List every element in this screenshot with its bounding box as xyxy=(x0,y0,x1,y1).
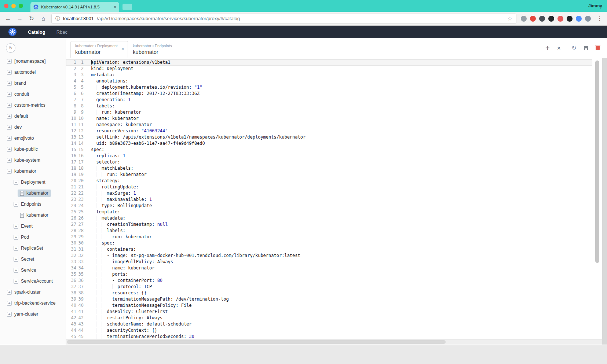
code-line[interactable]: 4242 restartPolicy: Always xyxy=(66,315,592,321)
expand-icon[interactable]: + xyxy=(7,81,12,86)
code-line[interactable]: 1313 selfLink: /apis/extensions/v1beta1/… xyxy=(66,134,592,140)
code-line[interactable]: 4040 terminationMessagePolicy: File xyxy=(66,302,592,309)
code-line[interactable]: 1919 run: kubernator xyxy=(66,172,592,178)
back-icon[interactable]: ← xyxy=(4,16,12,22)
tree-item-kube-public[interactable]: +kube-public xyxy=(0,144,66,155)
code-line[interactable]: 3535 ports: xyxy=(66,271,592,277)
code-line[interactable]: 2626 metadata: xyxy=(66,215,592,221)
code-line[interactable]: 3838 resources: {} xyxy=(66,290,592,296)
editor-scrollbar-thumb[interactable] xyxy=(595,60,599,263)
close-all-icon[interactable]: × xyxy=(557,45,561,51)
new-tab-button[interactable] xyxy=(123,4,132,10)
editor-tab-endpoints[interactable]: kubernator • Endpoints kubernator xyxy=(128,41,176,58)
code-line[interactable]: 3737 protocol: TCP xyxy=(66,284,592,290)
refresh-catalog-button[interactable]: ↻ xyxy=(6,43,15,53)
expand-icon[interactable]: + xyxy=(7,290,12,295)
code-line[interactable]: 2424 type: RollingUpdate xyxy=(66,203,592,209)
expand-icon[interactable]: + xyxy=(7,92,12,97)
expand-icon[interactable]: + xyxy=(14,224,18,229)
code-line[interactable]: 2323 maxUnavailable: 1 xyxy=(66,196,592,203)
expand-icon[interactable]: + xyxy=(7,125,12,130)
tree-item-serviceaccount[interactable]: +ServiceAccount xyxy=(0,276,66,287)
reload-resource-icon[interactable]: ↻ xyxy=(572,45,577,51)
code-line[interactable]: 1010 name: kubernator xyxy=(66,115,592,122)
code-line[interactable]: 3333 imagePullPolicy: Always xyxy=(66,259,592,265)
browser-menu-icon[interactable]: ⋮ xyxy=(597,16,603,22)
add-tab-icon[interactable]: + xyxy=(545,44,550,52)
code-line[interactable]: 4444 securityContext: {} xyxy=(66,327,592,334)
code-line[interactable]: 4545 terminationGracePeriodSeconds: 30 xyxy=(66,334,592,339)
code-line[interactable]: 1515spec: xyxy=(66,147,592,153)
tree-item-replicaset[interactable]: +ReplicaSet xyxy=(0,243,66,254)
minimize-window-icon[interactable] xyxy=(11,4,16,8)
collapse-icon[interactable]: − xyxy=(7,169,12,174)
forward-icon[interactable]: → xyxy=(16,16,23,22)
expand-icon[interactable]: + xyxy=(14,246,18,251)
tree-item-spark-cluster[interactable]: +spark-cluster xyxy=(0,287,66,298)
tree-item-event[interactable]: +Event xyxy=(0,221,66,232)
expand-icon[interactable]: + xyxy=(14,235,18,240)
home-icon[interactable]: ⌂ xyxy=(40,16,47,22)
tree-item-default[interactable]: +default xyxy=(0,111,66,122)
horizontal-scrollbar[interactable] xyxy=(66,339,607,345)
code-line[interactable]: 66 creationTimestamp: 2017-12-27T03:33:3… xyxy=(66,91,592,97)
close-window-icon[interactable] xyxy=(4,4,8,8)
tree-item-kube-system[interactable]: +kube-system xyxy=(0,155,66,166)
code-line[interactable]: 11apiVersion: extensions/v1beta1 xyxy=(66,59,592,66)
horizontal-scrollbar-thumb[interactable] xyxy=(67,340,446,344)
code-line[interactable]: 1111 namespace: kubernator xyxy=(66,122,592,128)
tree-item-custom-metrics[interactable]: +custom-metrics xyxy=(0,100,66,111)
expand-icon[interactable]: + xyxy=(7,158,12,163)
extension-icon[interactable] xyxy=(567,16,573,22)
code-line[interactable]: 1818 matchLabels: xyxy=(66,165,592,172)
close-tab-icon[interactable]: × xyxy=(121,47,124,51)
extension-icon[interactable] xyxy=(548,16,554,22)
code-line[interactable]: 3131 containers: xyxy=(66,246,592,253)
zoom-window-icon[interactable] xyxy=(19,4,23,8)
extension-icon[interactable] xyxy=(521,16,527,22)
code-line[interactable]: 55 deployment.kubernetes.io/revision: "1… xyxy=(66,84,592,91)
code-line[interactable]: 3939 terminationMessagePath: /dev/termin… xyxy=(66,296,592,302)
browser-tab-close-icon[interactable]: × xyxy=(114,5,116,9)
tree-item-pod[interactable]: +Pod xyxy=(0,232,66,243)
yaml-editor[interactable]: 11apiVersion: extensions/v1beta122kind: … xyxy=(66,58,607,339)
code-line[interactable]: 1212 resourceVersion: "41063244" xyxy=(66,128,592,134)
tree-item-service[interactable]: +Service xyxy=(0,265,66,276)
file-icon[interactable] xyxy=(20,191,24,196)
extension-icon[interactable] xyxy=(557,16,563,22)
save-resource-icon[interactable] xyxy=(584,46,588,50)
code-line[interactable]: 1414 uid: b89e3673-eab6-11e7-aa47-f4e9d4… xyxy=(66,140,592,147)
browser-tab[interactable]: Kubernator v0.14.9 | API v1.8.5 × xyxy=(30,2,119,12)
tree-item-automodel[interactable]: +automodel xyxy=(0,67,66,78)
tree-item-secret[interactable]: +Secret xyxy=(0,254,66,265)
nav-item-rbac[interactable]: Rbac xyxy=(56,29,67,35)
code-line[interactable]: 3636 - containerPort: 80 xyxy=(66,277,592,284)
extension-icon[interactable] xyxy=(585,16,591,22)
delete-resource-icon[interactable] xyxy=(596,46,600,50)
expand-icon[interactable]: + xyxy=(7,312,12,317)
expand-icon[interactable]: + xyxy=(7,103,12,108)
code-line[interactable]: 2828 labels: xyxy=(66,228,592,234)
code-line[interactable]: 1616 replicas: 1 xyxy=(66,153,592,159)
expand-icon[interactable]: + xyxy=(14,279,18,284)
code-line[interactable]: 33metadata: xyxy=(66,72,592,78)
code-line[interactable]: 2020 strategy: xyxy=(66,178,592,184)
extension-icon[interactable] xyxy=(576,16,582,22)
tree-item-emojivoto[interactable]: +emojivoto xyxy=(0,133,66,144)
profile-name[interactable]: Jimmy xyxy=(588,3,602,8)
page-scrollbar[interactable] xyxy=(602,58,607,345)
tree-item-kubernator[interactable]: kubernator xyxy=(0,210,66,221)
tree-item-kubernator[interactable]: kubernator xyxy=(0,188,66,199)
nav-item-catalog[interactable]: Catalog xyxy=(28,29,45,35)
expand-icon[interactable]: + xyxy=(7,147,12,152)
tree-item-trip-backend-service[interactable]: +trip-backend-service xyxy=(0,298,66,309)
expand-icon[interactable]: + xyxy=(14,268,18,273)
expand-icon[interactable]: + xyxy=(7,136,12,141)
code-line[interactable]: 22kind: Deployment xyxy=(66,66,592,72)
tree-item-endpoints[interactable]: −Endpoints xyxy=(0,199,66,210)
code-line[interactable]: 88 labels: xyxy=(66,103,592,109)
collapse-icon[interactable]: − xyxy=(14,202,18,207)
code-line[interactable]: 4141 dnsPolicy: ClusterFirst xyxy=(66,309,592,315)
tree-item-dev[interactable]: +dev xyxy=(0,122,66,133)
extension-icon[interactable] xyxy=(539,16,545,22)
